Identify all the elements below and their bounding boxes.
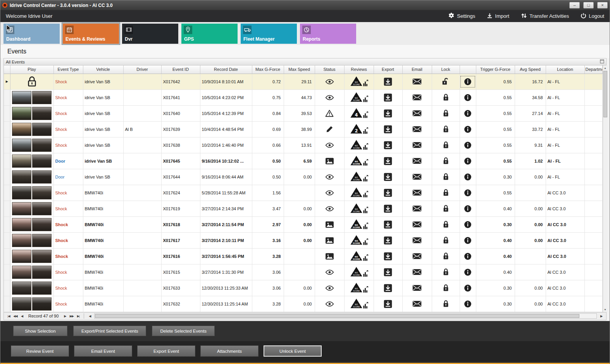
- email-cell[interactable]: [402, 216, 432, 232]
- unlock-event-button[interactable]: Unlock Event: [264, 345, 322, 357]
- event-thumbnail[interactable]: [32, 107, 52, 120]
- column-header-play[interactable]: Play: [10, 65, 53, 74]
- export-cell[interactable]: [374, 296, 402, 312]
- table-row[interactable]: ▶Shockidrive Van SBX01764210/9/2014 8:10…: [4, 74, 602, 89]
- event-thumbnail[interactable]: [32, 266, 52, 279]
- email-cell[interactable]: [402, 280, 432, 296]
- event-thumbnail[interactable]: [12, 91, 31, 104]
- export-cell[interactable]: [374, 74, 402, 89]
- transfer-activities-button[interactable]: Transfer Activities: [521, 13, 569, 20]
- table-row[interactable]: ShockBMW740iX01763212/30/2013 11:25:14 A…: [4, 296, 602, 312]
- play-cell[interactable]: [10, 89, 53, 105]
- column-header-reviews[interactable]: Reviews: [344, 65, 374, 74]
- column-header-location[interactable]: Location: [546, 65, 584, 74]
- column-header-avg-speed[interactable]: Avg Speed: [515, 65, 546, 74]
- lock-cell[interactable]: [432, 169, 460, 185]
- table-row[interactable]: Shockidrive Van SBAl BX01763910/4/2014 4…: [4, 121, 602, 137]
- nav-tile-reports[interactable]: Reports: [300, 24, 356, 44]
- info-cell[interactable]: [460, 248, 476, 264]
- table-row[interactable]: ShockBMW740iX0176173/27/2014 2:10:11 PM3…: [4, 232, 602, 248]
- scroll-up-icon[interactable]: ▲: [604, 65, 607, 70]
- reviews-cell[interactable]: NOSCORE: [344, 185, 374, 201]
- status-cell[interactable]: [315, 296, 344, 312]
- minimize-button[interactable]: –: [569, 2, 580, 9]
- email-cell[interactable]: [402, 232, 432, 248]
- export-cell[interactable]: [374, 153, 402, 169]
- reviews-cell[interactable]: NOSCORE: [344, 89, 374, 105]
- export-cell[interactable]: [374, 201, 402, 216]
- email-cell[interactable]: [402, 89, 432, 105]
- import-button[interactable]: Import: [487, 13, 509, 20]
- settings-button[interactable]: Settings: [447, 12, 475, 20]
- export-event-button[interactable]: Export Event: [137, 345, 195, 357]
- close-button[interactable]: ×: [597, 2, 608, 9]
- lock-cell[interactable]: [432, 201, 460, 216]
- next-page-button[interactable]: ▶▶: [68, 314, 75, 318]
- email-cell[interactable]: [402, 153, 432, 169]
- reviews-cell[interactable]: NOSCORE: [344, 137, 374, 153]
- play-cell[interactable]: [10, 153, 53, 169]
- column-header-lock[interactable]: Lock: [432, 65, 460, 74]
- email-cell[interactable]: [402, 121, 432, 137]
- info-cell[interactable]: [460, 74, 476, 89]
- reviews-cell[interactable]: NOSCORE: [344, 201, 374, 216]
- vertical-scrollbar[interactable]: ▲ ▼: [603, 65, 608, 312]
- table-row[interactable]: Dooridrive Van SBX0176449/16/2014 8:06:4…: [4, 169, 602, 185]
- info-cell[interactable]: [460, 264, 476, 280]
- table-row[interactable]: ShockBMW740iX0176153/27/2014 1:31:30 PM3…: [4, 264, 602, 280]
- lock-cell[interactable]: [432, 74, 460, 89]
- event-thumbnail[interactable]: [32, 91, 52, 104]
- column-header-event-type[interactable]: Event Type: [53, 65, 83, 74]
- status-cell[interactable]: [315, 264, 344, 280]
- status-cell[interactable]: [315, 169, 344, 185]
- play-cell[interactable]: [10, 121, 53, 137]
- column-header-export[interactable]: Export: [374, 65, 402, 74]
- export-cell[interactable]: [374, 248, 402, 264]
- play-cell[interactable]: [10, 216, 53, 232]
- info-cell[interactable]: [460, 89, 476, 105]
- column-header-status[interactable]: Status: [315, 65, 344, 74]
- last-record-button[interactable]: ▶|: [75, 314, 81, 318]
- event-thumbnail[interactable]: [32, 202, 52, 215]
- horizontal-scroll-thumb[interactable]: [95, 314, 579, 318]
- export-cell[interactable]: [374, 264, 402, 280]
- horizontal-scrollbar[interactable]: [94, 313, 597, 319]
- nav-tile-fleet-manager[interactable]: Fleet Manager: [241, 24, 297, 44]
- lock-cell[interactable]: [432, 248, 460, 264]
- lock-cell[interactable]: [432, 216, 460, 232]
- lock-cell[interactable]: [432, 185, 460, 201]
- reviews-cell[interactable]: NOSCORE: [344, 296, 374, 312]
- export-cell[interactable]: [374, 137, 402, 153]
- event-thumbnail[interactable]: [12, 282, 31, 295]
- info-cell[interactable]: [460, 137, 476, 153]
- table-row[interactable]: Shockidrive Van SBX01764010/5/2014 4:12:…: [4, 105, 602, 121]
- event-thumbnail[interactable]: [32, 282, 52, 295]
- status-cell[interactable]: [315, 137, 344, 153]
- event-thumbnail[interactable]: [12, 123, 31, 136]
- logout-button[interactable]: Logout: [581, 13, 604, 20]
- table-row[interactable]: Dooridrive Van SBX0176459/16/2014 10:12:…: [4, 153, 602, 169]
- float-panel-icon[interactable]: [600, 59, 604, 64]
- column-header-max-g-force[interactable]: Max G-Force: [252, 65, 284, 74]
- lock-cell[interactable]: [432, 121, 460, 137]
- email-cell[interactable]: [402, 185, 432, 201]
- email-cell[interactable]: [402, 74, 432, 89]
- nav-tile-dvr[interactable]: Dvr: [122, 24, 178, 44]
- email-cell[interactable]: [402, 264, 432, 280]
- info-cell[interactable]: [460, 232, 476, 248]
- nav-tile-events-reviews[interactable]: Events & Reviews: [63, 24, 119, 44]
- event-thumbnail[interactable]: [12, 266, 31, 279]
- nav-tile-gps[interactable]: GPS: [181, 24, 238, 44]
- status-cell[interactable]: [315, 280, 344, 296]
- info-cell[interactable]: [460, 201, 476, 216]
- info-cell[interactable]: [460, 280, 476, 296]
- event-thumbnail[interactable]: [12, 250, 31, 263]
- email-cell[interactable]: [402, 201, 432, 216]
- reviews-cell[interactable]: NOSCORE: [344, 153, 374, 169]
- export-cell[interactable]: [374, 121, 402, 137]
- lock-cell[interactable]: [432, 296, 460, 312]
- export-print-selected-button[interactable]: Export/Print Selected Events: [73, 326, 146, 336]
- event-thumbnail[interactable]: [12, 107, 31, 120]
- status-cell[interactable]: [315, 201, 344, 216]
- reviews-cell[interactable]: NOSCORE: [344, 264, 374, 280]
